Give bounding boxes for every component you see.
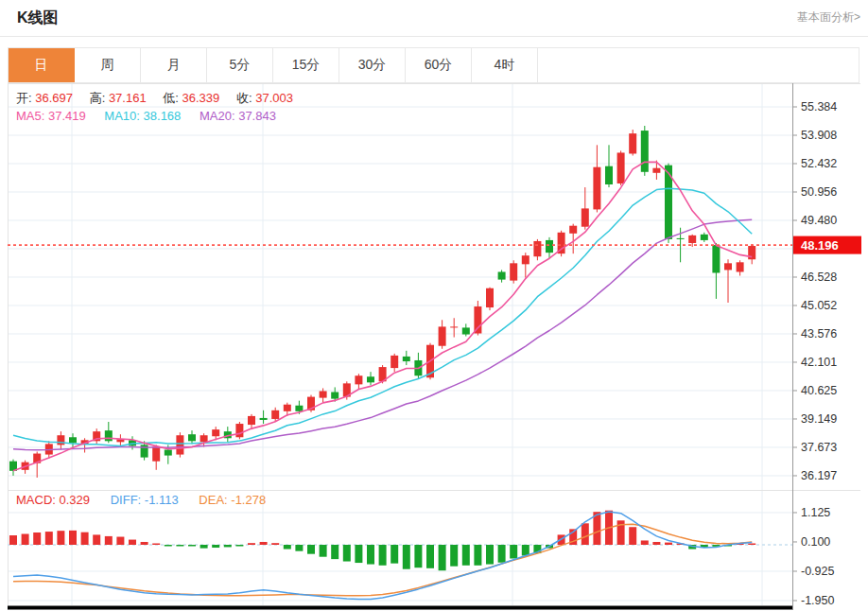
candle	[212, 429, 219, 436]
price-axis-tick: 39.149	[801, 412, 837, 426]
price-axis-tick: 49.480	[801, 214, 837, 227]
high-label: 高:	[90, 91, 106, 105]
macd-bar	[391, 545, 398, 564]
macd-bar	[188, 545, 196, 547]
price-axis-tick: 50.956	[801, 185, 837, 199]
kline-widget: K线图 基本面分析> 日 周 月 5分 15分 30分 60分 4时 开: 36…	[0, 0, 868, 611]
macd-bar	[69, 531, 77, 545]
price-axis-tick: 37.673	[801, 441, 837, 454]
candle	[165, 449, 172, 455]
price-axis-tick: 52.432	[801, 157, 837, 170]
candle	[617, 152, 625, 183]
candle	[57, 435, 64, 445]
macd-bar	[248, 543, 255, 545]
macd-bar	[45, 532, 53, 545]
macd-bar	[510, 545, 517, 559]
candle	[271, 410, 279, 419]
candle	[701, 235, 708, 240]
candle	[569, 226, 577, 234]
price-axis-tick: 43.576	[801, 327, 837, 340]
candle	[105, 430, 113, 441]
dea-value: DEA: -1.278	[199, 493, 266, 507]
candle	[522, 255, 529, 264]
candle	[582, 208, 589, 226]
macd-bar	[414, 545, 422, 567]
macd-bar	[152, 544, 160, 546]
macd-bar	[665, 543, 672, 545]
ma5-legend: MA5: 37.419	[16, 109, 86, 123]
macd-bar	[284, 545, 291, 550]
low-value: 36.339	[182, 91, 220, 105]
candle	[748, 246, 755, 259]
candle	[652, 168, 660, 173]
macd-bar	[582, 523, 589, 545]
macd-bar	[426, 545, 434, 568]
low-label: 低:	[163, 91, 179, 105]
macd-bar	[474, 545, 481, 566]
ma10-line	[13, 188, 752, 445]
macd-axis-tick: -1.950	[801, 594, 834, 607]
candle	[450, 326, 458, 327]
price-axis-tick: 55.384	[801, 100, 837, 113]
macd-bar	[141, 542, 148, 545]
price-axis-tick: 42.101	[801, 356, 837, 369]
candle	[688, 236, 696, 243]
close-label: 收:	[236, 91, 252, 105]
macd-bar	[271, 543, 279, 545]
macd-bar	[22, 534, 29, 545]
ma-legend: MA5: 37.419 MA10: 38.168 MA20: 37.843	[16, 109, 276, 123]
macd-legend: MACD: 0.329 DIFF: -1.113 DEA: -1.278	[16, 493, 266, 507]
macd-bar	[129, 540, 136, 545]
candle	[641, 131, 649, 172]
candle	[486, 288, 494, 307]
open-label: 开:	[16, 91, 32, 105]
ma20-line	[13, 219, 752, 450]
macd-bar	[165, 545, 172, 547]
candle	[367, 376, 374, 382]
macd-bar	[652, 542, 660, 545]
candle	[593, 167, 600, 210]
macd-bar	[462, 545, 470, 566]
candle	[712, 245, 720, 272]
macd-bar	[224, 545, 232, 547]
macd-bar	[176, 545, 183, 547]
price-axis-tick: 46.528	[801, 271, 837, 284]
candle	[188, 434, 196, 441]
macd-bar	[295, 545, 303, 551]
macd-bar	[9, 535, 17, 545]
candle	[284, 405, 291, 411]
candle	[629, 133, 636, 153]
macd-bar	[355, 545, 362, 563]
close-value: 37.003	[255, 91, 293, 105]
macd-bar	[93, 534, 100, 545]
macd-bar	[748, 543, 755, 545]
macd-bar	[212, 545, 219, 548]
macd-bar	[367, 545, 374, 565]
candle	[176, 435, 183, 454]
macd-bar	[200, 545, 208, 549]
macd-bar	[307, 545, 315, 554]
macd-bar	[260, 542, 268, 545]
price-axis-tick: 53.908	[801, 129, 837, 142]
macd-bar	[116, 537, 124, 545]
candle	[69, 437, 77, 443]
candle	[510, 263, 517, 280]
candle	[355, 375, 362, 384]
candle	[439, 326, 446, 345]
candle	[248, 416, 255, 425]
macd-bar	[379, 545, 387, 566]
ma20-legend: MA20: 37.843	[200, 109, 276, 123]
candle	[498, 271, 506, 279]
macd-bar	[403, 545, 410, 569]
candle	[737, 262, 744, 271]
macd-axis-tick: 0.100	[801, 535, 830, 549]
macd-axis-tick: 1.125	[801, 506, 830, 519]
candle	[235, 424, 243, 437]
candle	[152, 446, 160, 461]
macd-bar	[320, 545, 327, 557]
macd-bar	[629, 527, 636, 545]
candle	[320, 391, 327, 397]
diff-value: DIFF: -1.113	[111, 493, 179, 507]
candle	[677, 238, 685, 239]
open-value: 36.697	[35, 91, 73, 105]
